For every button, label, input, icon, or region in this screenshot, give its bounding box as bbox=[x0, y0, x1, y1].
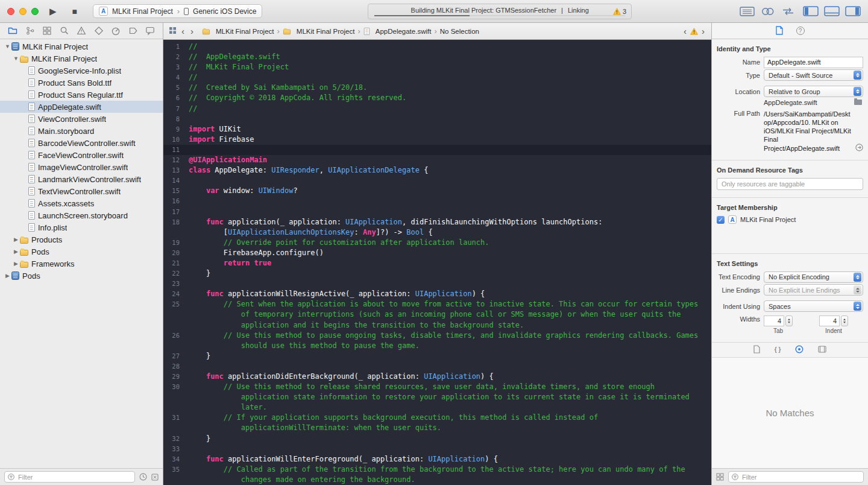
code-line[interactable]: 19 // Override point for customization a… bbox=[163, 238, 711, 248]
find-navigator-tab[interactable] bbox=[60, 26, 69, 36]
tree-item[interactable]: ▶Pods bbox=[0, 246, 163, 258]
code-line[interactable]: 22 } bbox=[163, 268, 711, 279]
debug-navigator-tab[interactable] bbox=[111, 26, 121, 36]
code-line[interactable]: 3// MLKit Final Project bbox=[163, 62, 711, 72]
code-line[interactable]: 13class AppDelegate: UIResponder, UIAppl… bbox=[163, 165, 711, 176]
disclosure-triangle[interactable]: ▶ bbox=[12, 249, 20, 255]
name-input[interactable]: AppDelegate.swift bbox=[764, 57, 863, 68]
tree-item[interactable]: LaunchScreen.storyboard bbox=[0, 209, 163, 221]
report-navigator-tab[interactable] bbox=[145, 26, 155, 36]
code-line[interactable]: [UIApplicationLaunchOptionsKey: Any]?) -… bbox=[163, 227, 711, 238]
code-line[interactable]: 26 // Use this method to pause ongoing t… bbox=[163, 331, 711, 341]
code-line[interactable]: 27 } bbox=[163, 351, 711, 361]
symbol-navigator-tab[interactable] bbox=[42, 26, 52, 36]
stepper-arrows-icon[interactable] bbox=[785, 315, 793, 326]
go-forward-button[interactable]: › bbox=[189, 27, 195, 36]
file-template-library-tab[interactable] bbox=[753, 345, 760, 355]
code-line[interactable]: 35 // Called as part of the transition f… bbox=[163, 464, 711, 475]
go-back-button[interactable]: ‹ bbox=[180, 27, 186, 36]
toggle-navigator-panel-button[interactable] bbox=[803, 5, 819, 17]
code-line[interactable]: application state information to restore… bbox=[163, 392, 711, 402]
assistant-editor-button[interactable] bbox=[760, 6, 775, 17]
standard-editor-button[interactable] bbox=[740, 6, 755, 17]
code-line[interactable]: 29 func applicationDidEnterBackground(_ … bbox=[163, 372, 711, 382]
toggle-utilities-panel-button[interactable] bbox=[845, 5, 861, 17]
tree-item[interactable]: GoogleService-Info.plist bbox=[0, 65, 163, 77]
tab-width-stepper[interactable]: 4 bbox=[764, 315, 793, 326]
code-line[interactable]: 2// AppDelegate.swift bbox=[163, 52, 711, 62]
tree-item[interactable]: BarcodeViewController.swift bbox=[0, 137, 163, 149]
grid-view-icon[interactable] bbox=[716, 473, 724, 481]
navigator-filter-input[interactable] bbox=[17, 473, 131, 481]
close-window-button[interactable] bbox=[7, 8, 14, 15]
code-line[interactable]: 7// bbox=[163, 104, 711, 114]
code-line[interactable]: 9import UIKit bbox=[163, 124, 711, 135]
resource-tags-input[interactable] bbox=[720, 180, 860, 188]
checkbox-checked-icon[interactable] bbox=[717, 216, 725, 224]
code-line[interactable]: applicationWillTerminate: when the user … bbox=[163, 423, 711, 433]
code-line[interactable]: 1// bbox=[163, 42, 711, 52]
scheme-selector[interactable]: MLKit Final Project › Generic iOS Device bbox=[93, 4, 262, 18]
code-line[interactable]: 23 bbox=[163, 279, 711, 289]
zoom-window-button[interactable] bbox=[31, 8, 39, 15]
tree-item[interactable]: TextViewController.swift bbox=[0, 185, 163, 197]
code-line[interactable]: 15 var window: UIWindow? bbox=[163, 186, 711, 196]
disclosure-triangle[interactable]: ▶ bbox=[4, 273, 11, 279]
tree-item[interactable]: ViewController.swift bbox=[0, 113, 163, 125]
navigator-filter-field[interactable] bbox=[4, 471, 135, 483]
code-line[interactable]: 25 // Sent when the application is about… bbox=[163, 299, 711, 309]
tree-item[interactable]: Product Sans Regular.ttf bbox=[0, 89, 163, 101]
tree-item[interactable]: ImageViewController.swift bbox=[0, 161, 163, 173]
tree-item[interactable]: Assets.xcassets bbox=[0, 197, 163, 209]
code-snippet-library-tab[interactable] bbox=[775, 346, 781, 353]
code-line[interactable]: 16 bbox=[163, 196, 711, 206]
stepper-arrows-icon[interactable] bbox=[841, 315, 848, 326]
jumpbar-crumb[interactable]: MLKit Final Project bbox=[283, 27, 355, 35]
run-button[interactable] bbox=[49, 6, 57, 17]
location-popup[interactable]: Relative to Group bbox=[764, 86, 863, 97]
choose-location-folder-icon[interactable] bbox=[854, 100, 862, 105]
code-line[interactable]: changes made on entering the background. bbox=[163, 475, 711, 485]
tree-item[interactable]: Main.storyboard bbox=[0, 125, 163, 137]
disclosure-triangle[interactable]: ▶ bbox=[12, 261, 20, 267]
code-line[interactable]: 4// bbox=[163, 72, 711, 83]
issues-button[interactable]: 3 bbox=[613, 4, 626, 19]
next-issue-button[interactable]: › bbox=[700, 27, 706, 36]
issue-warning-icon[interactable] bbox=[690, 28, 698, 35]
code-line[interactable]: 33 bbox=[163, 444, 711, 454]
tree-item[interactable]: ▶Pods bbox=[0, 270, 163, 282]
issue-navigator-tab[interactable] bbox=[77, 26, 86, 36]
project-navigator-tab[interactable] bbox=[8, 26, 17, 36]
code-line[interactable]: 17 bbox=[163, 207, 711, 217]
indent-using-popup[interactable]: Spaces bbox=[764, 300, 863, 312]
reveal-arrow-icon[interactable] bbox=[855, 144, 863, 153]
stop-button[interactable] bbox=[72, 6, 77, 17]
code-line[interactable]: 12@UIApplicationMain bbox=[163, 155, 711, 165]
code-line[interactable]: 31 // If your application supports backg… bbox=[163, 413, 711, 423]
quick-help-tab[interactable] bbox=[796, 27, 805, 35]
test-navigator-tab[interactable] bbox=[94, 26, 104, 36]
text-encoding-popup[interactable]: No Explicit Encoding bbox=[764, 271, 863, 283]
code-line[interactable]: 30 // Use this method to release shared … bbox=[163, 382, 711, 392]
minimize-window-button[interactable] bbox=[19, 8, 27, 15]
media-library-tab[interactable] bbox=[818, 346, 826, 354]
code-line[interactable]: 11 bbox=[163, 145, 711, 155]
code-line[interactable]: 24 func applicationWillResignActive(_ ap… bbox=[163, 289, 711, 299]
source-control-status-icon[interactable] bbox=[151, 474, 159, 481]
type-popup[interactable]: Default - Swift Source bbox=[764, 69, 863, 81]
tree-item[interactable]: ▶Frameworks bbox=[0, 258, 163, 270]
code-line[interactable]: later. bbox=[163, 402, 711, 413]
tree-item[interactable]: FaceViewController.swift bbox=[0, 149, 163, 161]
code-line[interactable]: 6// Copyright © 2018 AppCoda. All rights… bbox=[163, 93, 711, 103]
tree-item[interactable]: Product Sans Bold.ttf bbox=[0, 77, 163, 89]
jumpbar-crumb[interactable]: MLKit Final Project bbox=[202, 27, 274, 35]
jumpbar-crumb[interactable]: AppDelegate.swift bbox=[363, 27, 432, 36]
code-line[interactable]: 8 bbox=[163, 114, 711, 124]
tree-item[interactable]: LandmarkViewController.swift bbox=[0, 173, 163, 185]
disclosure-triangle[interactable]: ▶ bbox=[12, 236, 20, 242]
code-line[interactable]: should use this method to pause the game… bbox=[163, 341, 711, 351]
tree-item[interactable]: AppDelegate.swift bbox=[0, 101, 163, 113]
recent-files-icon[interactable] bbox=[139, 473, 147, 481]
code-line[interactable]: 34 func applicationWillEnterForeground(_… bbox=[163, 454, 711, 464]
breakpoint-navigator-tab[interactable] bbox=[128, 26, 138, 36]
